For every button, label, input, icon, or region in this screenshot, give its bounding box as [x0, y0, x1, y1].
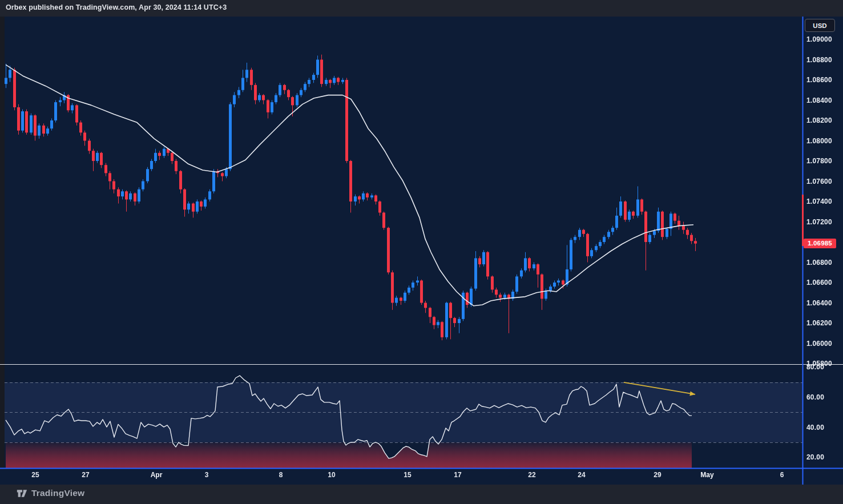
price-axis-label: 1.08000	[806, 136, 832, 146]
tradingview-logo[interactable]: TradingView	[17, 488, 84, 498]
time-axis-label: 8	[279, 471, 283, 479]
time-axis-label: 15	[404, 471, 411, 479]
rsi-axis-label: 20.00	[806, 453, 824, 462]
price-axis-label: 1.08200	[806, 116, 832, 125]
time-axis-label: 6	[780, 471, 784, 479]
rsi-axis-label: 40.00	[806, 423, 824, 432]
rsi-axis-label: 80.00	[806, 362, 824, 372]
time-axis-label: Apr	[151, 471, 163, 479]
tradingview-logo-text: TradingView	[31, 488, 84, 498]
tradingview-published-chart: Orbex published on TradingView.com, Apr …	[0, 0, 843, 504]
time-axis-label: 3	[205, 471, 209, 479]
price-axis-label: 1.09000	[806, 35, 832, 44]
price-axis-label: 1.08400	[806, 96, 832, 105]
price-axis-label: 1.07600	[806, 177, 832, 186]
price-axis-label: 1.06600	[806, 278, 832, 287]
currency-toggle-button[interactable]: USD	[805, 19, 835, 32]
price-axis-label: 1.08600	[806, 75, 832, 84]
tradingview-logo-icon	[17, 489, 27, 498]
time-axis-label: 27	[82, 471, 89, 479]
price-axis-label: 1.06400	[806, 299, 832, 308]
price-axis-label: 1.06000	[806, 339, 832, 348]
publish-header: Orbex published on TradingView.com, Apr …	[6, 3, 227, 11]
time-axis-label: May	[700, 471, 713, 479]
time-axis-label: 24	[578, 471, 585, 479]
time-axis-label: 29	[654, 471, 661, 479]
publish-note: Orbex published on TradingView.com, Apr …	[6, 3, 227, 11]
time-axis-label: 17	[454, 471, 461, 479]
price-axis-label: 1.08800	[806, 55, 832, 64]
price-axis-label: 1.06200	[806, 318, 832, 328]
last-price-badge: 1.06985	[804, 239, 836, 248]
time-axis-label: 10	[328, 471, 335, 479]
price-axis-label: 1.07800	[806, 156, 832, 166]
chart-canvas[interactable]	[0, 0, 843, 504]
rsi-axis-label: 60.00	[806, 393, 824, 402]
price-axis-label: 1.07200	[806, 217, 832, 227]
time-axis-label: 22	[528, 471, 535, 479]
time-axis-label: 25	[31, 471, 39, 479]
price-axis-label: 1.06800	[806, 258, 832, 267]
price-axis-label: 1.07400	[806, 197, 832, 206]
